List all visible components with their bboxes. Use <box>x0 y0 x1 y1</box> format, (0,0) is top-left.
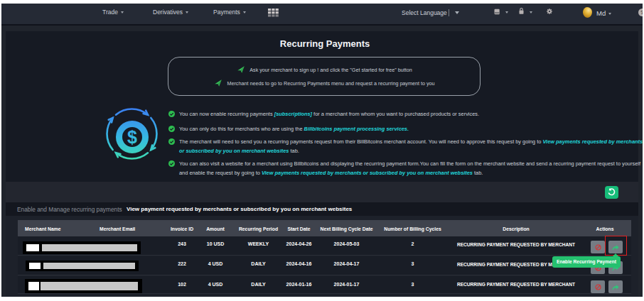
svg-text:$: $ <box>127 127 137 147</box>
